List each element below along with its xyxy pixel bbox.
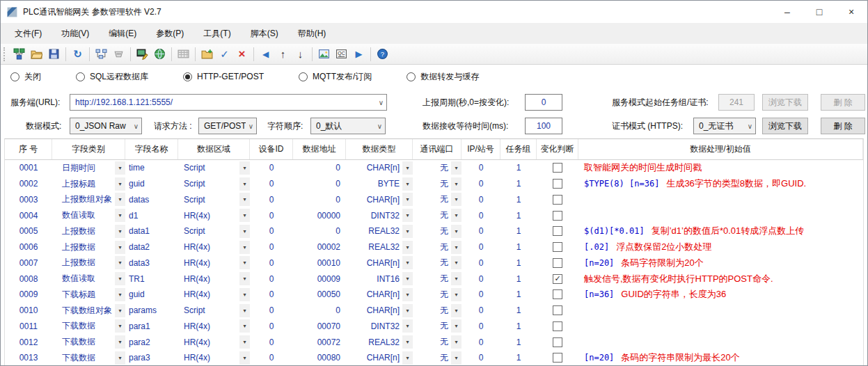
checkbox-unchecked[interactable]	[553, 163, 562, 173]
dropdown-arrow-icon[interactable]: ▾	[451, 319, 461, 333]
dropdown-arrow-icon[interactable]: ▾	[402, 256, 413, 269]
mode-radio-4[interactable]: 数据转发与缓存	[407, 71, 479, 83]
dropdown-arrow-icon[interactable]: ▾	[239, 256, 250, 269]
dropdown-arrow-icon[interactable]: ▾	[115, 209, 125, 222]
dropdown-arrow-icon[interactable]: ▾	[239, 351, 250, 365]
dropdown-arrow-icon[interactable]: ▾	[451, 288, 461, 301]
table-row[interactable]: 0004数值读取▾d1HR(4x)▾000000DINT32▾无▾01	[5, 207, 863, 223]
dropdown-arrow-icon[interactable]: ▾	[115, 177, 125, 191]
column-header-5[interactable]: 数据地址	[293, 139, 346, 159]
table-row[interactable]: 0001日期时间▾timeScript▾00CHAR[n]▾无▾01取智能网关的…	[5, 160, 863, 176]
dropdown-arrow-icon[interactable]: ▾	[402, 161, 413, 175]
dropdown-arrow-icon[interactable]: ▾	[239, 177, 250, 191]
table-row[interactable]: 0012下载数据▾para2HR(4x)▾000072REAL32▾无▾01	[5, 334, 863, 350]
toolbar-grip[interactable]	[3, 47, 8, 61]
dropdown-arrow-icon[interactable]: ▾	[402, 351, 413, 365]
dropdown-arrow-icon[interactable]: ▾	[451, 225, 461, 238]
dropdown-arrow-icon[interactable]: ▾	[402, 304, 413, 317]
dropdown-arrow-icon[interactable]: ▾	[115, 319, 125, 333]
dropdown-arrow-icon[interactable]: ▾	[402, 272, 413, 285]
dropdown-arrow-icon[interactable]: ▾	[451, 193, 461, 206]
menu-item-0[interactable]: 文件(F)	[5, 24, 52, 44]
mode-radio-0[interactable]: 关闭	[10, 71, 41, 83]
checkbox-unchecked[interactable]	[553, 195, 562, 205]
dropdown-arrow-icon[interactable]: ▾	[451, 256, 461, 269]
table-row[interactable]: 0010下载数组对象▾paramsScript▾00CHAR[n]▾无▾01	[5, 303, 863, 319]
checkbox-checked[interactable]: ✓	[553, 274, 562, 284]
column-header-1[interactable]: 字段类别	[52, 139, 125, 159]
dropdown-arrow-icon[interactable]: ▾	[239, 272, 250, 285]
save-icon[interactable]	[45, 46, 63, 63]
dropdown-arrow-icon[interactable]: ▾	[402, 241, 413, 254]
column-header-4[interactable]: 设备ID	[250, 139, 293, 159]
dropdown-arrow-icon[interactable]: ▾	[239, 209, 250, 222]
dropdown-arrow-icon[interactable]: ▾	[402, 335, 413, 349]
dropdown-arrow-icon[interactable]: ▾	[239, 335, 250, 349]
column-header-6[interactable]: 数据类型	[346, 139, 413, 159]
char-order-combobox[interactable]: 0_默认 ∨	[310, 118, 386, 134]
data-mode-combobox[interactable]: 0_JSON Raw ∨	[70, 118, 142, 134]
column-header-2[interactable]: 字段名称	[125, 139, 178, 159]
checkbox-unchecked[interactable]	[553, 258, 562, 268]
table-row[interactable]: 0011下载数据▾para1HR(4x)▾000070DINT32▾无▾01	[5, 319, 863, 335]
cert-browse-download-button[interactable]: 浏览下载	[762, 118, 808, 134]
device-edit-icon[interactable]	[134, 46, 151, 63]
column-header-8[interactable]: IP/站号	[461, 139, 500, 159]
table-row[interactable]: 0008数值读取▾TR1HR(4x)▾000009INT16▾无▾01✓触发信号…	[5, 271, 863, 287]
dropdown-arrow-icon[interactable]: ▾	[402, 209, 413, 222]
maximize-button[interactable]: □	[803, 1, 835, 23]
dropdown-arrow-icon[interactable]: ▾	[451, 177, 461, 191]
dropdown-arrow-icon[interactable]: ▾	[239, 288, 250, 301]
apply-check-icon[interactable]: ✓	[216, 46, 233, 63]
open-file-icon[interactable]	[28, 46, 45, 63]
qc-code-icon[interactable]: QC	[333, 46, 350, 63]
dropdown-arrow-icon[interactable]: ▾	[402, 225, 413, 238]
table-row[interactable]: 0005上报数据▾data1Script▾00REAL32▾无▾01$(d1)[…	[5, 223, 863, 239]
recv-wait-input[interactable]: 100	[525, 118, 562, 134]
image-view-icon[interactable]	[315, 46, 333, 63]
import-config-icon[interactable]	[10, 46, 28, 63]
web-globe-icon[interactable]	[151, 46, 168, 63]
column-header-0[interactable]: 序 号	[5, 139, 52, 159]
minimize-button[interactable]: –	[771, 1, 803, 23]
dropdown-arrow-icon[interactable]: ▾	[115, 335, 125, 349]
checkbox-unchecked[interactable]	[553, 321, 562, 331]
serial-port-icon[interactable]	[110, 46, 127, 63]
help-icon[interactable]: ?	[374, 46, 391, 63]
dropdown-arrow-icon[interactable]: ▾	[115, 256, 125, 269]
mode-radio-2[interactable]: HTTP-GET/POST	[183, 72, 264, 81]
dropdown-arrow-icon[interactable]: ▾	[115, 272, 125, 285]
menu-item-2[interactable]: 编辑(E)	[99, 24, 146, 44]
cancel-x-icon[interactable]: ×	[233, 46, 251, 63]
refresh-icon[interactable]: ↻	[69, 46, 86, 63]
menu-item-5[interactable]: 脚本(S)	[241, 24, 288, 44]
report-cycle-input[interactable]: 0	[525, 94, 562, 111]
checkbox-unchecked[interactable]	[553, 353, 562, 363]
dropdown-arrow-icon[interactable]: ▾	[115, 241, 125, 254]
nav-up-icon[interactable]: ↑	[274, 46, 292, 63]
close-button[interactable]: ×	[835, 1, 867, 23]
dropdown-arrow-icon[interactable]: ▾	[451, 209, 461, 222]
table-row[interactable]: 0013下载数据▾para3HR(4x)▾000080CHAR[n]▾无▾01[…	[5, 350, 863, 365]
table-row[interactable]: 0002上报标题▾guidScript▾00BYTE▾无▾01$TYPE(8) …	[5, 176, 863, 192]
dropdown-arrow-icon[interactable]: ▾	[451, 335, 461, 349]
dropdown-arrow-icon[interactable]: ▾	[402, 177, 413, 191]
column-header-10[interactable]: 变化判断	[537, 139, 578, 159]
column-header-9[interactable]: 任务组	[500, 139, 537, 159]
nav-left-icon[interactable]: ◀	[257, 46, 274, 63]
server-url-combobox[interactable]: http://192.168.1.121:5555/ ∨	[70, 94, 387, 111]
dropdown-arrow-icon[interactable]: ▾	[239, 319, 250, 333]
nav-down-icon[interactable]: ↓	[292, 46, 309, 63]
table-row[interactable]: 0009下载标题▾guidHR(4x)▾000050CHAR[n]▾无▾01[n…	[5, 287, 863, 303]
menu-item-4[interactable]: 工具(T)	[194, 24, 240, 44]
dropdown-arrow-icon[interactable]: ▾	[115, 288, 125, 301]
mode-radio-3[interactable]: MQTT发布/订阅	[299, 71, 372, 83]
request-method-combobox[interactable]: GET/POST ∨	[198, 118, 257, 134]
dropdown-arrow-icon[interactable]: ▾	[239, 193, 250, 206]
checkbox-unchecked[interactable]	[553, 211, 562, 221]
cert-mode-combobox[interactable]: 0_无证书 ∨	[693, 118, 756, 134]
dropdown-arrow-icon[interactable]: ▾	[239, 225, 250, 238]
dropdown-arrow-icon[interactable]: ▾	[115, 161, 125, 175]
menu-item-6[interactable]: 帮助(H)	[288, 24, 336, 44]
topology-icon[interactable]	[93, 46, 110, 63]
